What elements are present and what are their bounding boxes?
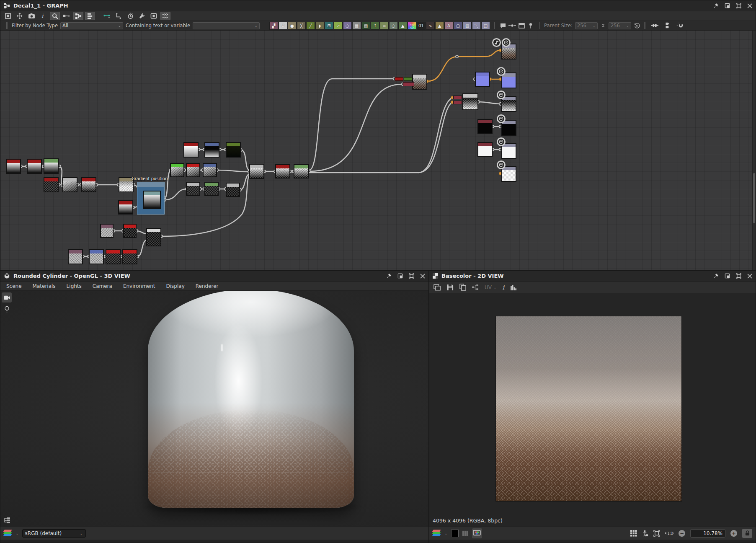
node-input-tab[interactable] [404, 77, 413, 81]
node-filter-spline-dot[interactable]: ⋱ [472, 22, 481, 30]
view2d-titlebar[interactable]: Basecolor - 2D VIEW [429, 271, 756, 282]
node-type-dropdown[interactable]: All⌄ [60, 22, 123, 29]
menu-scene[interactable]: Scene [6, 283, 22, 289]
maximize-icon[interactable] [409, 273, 414, 279]
graph-titlebar[interactable]: Decal1_1 - GRAPH [0, 0, 756, 11]
containing-text-dropdown[interactable]: ⌄ [193, 22, 260, 29]
zoom-in-button[interactable]: + [730, 530, 737, 537]
link-display-icon[interactable] [650, 21, 660, 30]
copy-icon[interactable] [459, 284, 466, 291]
reset-size-icon[interactable] [634, 23, 640, 29]
graph-canvas[interactable]: Gradient position [0, 31, 756, 270]
zoom-lock-button[interactable] [742, 529, 752, 538]
node-filter-channel-shuffle[interactable]: ╳ [297, 22, 306, 30]
graph-node[interactable] [183, 142, 199, 158]
node-filter-blur[interactable]: ● [288, 22, 297, 30]
node-filter-dot-link[interactable]: ∞ [380, 22, 389, 30]
node-filter-text[interactable]: A [444, 22, 453, 30]
elbow-link-button[interactable] [114, 12, 124, 20]
graph-node[interactable] [226, 183, 240, 197]
snap-magnet-icon[interactable] [675, 21, 685, 30]
graph-node[interactable] [170, 163, 184, 177]
save-icon[interactable] [447, 284, 454, 291]
link-creation-button[interactable] [62, 12, 72, 20]
selected-gradient-node[interactable] [137, 182, 165, 215]
pin-filter-filter-button[interactable] [526, 22, 535, 30]
node-filter-sphere[interactable]: ○ [389, 22, 398, 30]
menu-materials[interactable]: Materials [33, 283, 56, 289]
display-rgb-button[interactable] [472, 528, 482, 538]
node-filter-terrain[interactable]: ▲ [398, 22, 407, 30]
output-node[interactable] [501, 120, 516, 136]
graph-node[interactable] [477, 142, 493, 157]
linked-node-icon[interactable] [472, 284, 479, 290]
frame-select-button[interactable] [3, 12, 13, 20]
output-node[interactable] [501, 44, 516, 59]
colorspace-layers-icon[interactable] [4, 530, 12, 537]
colorspace-dropdown[interactable]: sRGB (default)⌄ [22, 529, 86, 538]
view3d-titlebar[interactable]: Rounded Cylinder - OpenGL - 3D VIEW [0, 271, 428, 282]
menu-renderer[interactable]: Renderer [196, 283, 219, 289]
graph-node[interactable] [122, 249, 137, 264]
node-filter-fx-map[interactable]: ⊞ [325, 22, 333, 30]
view3d-viewport[interactable] [0, 291, 428, 527]
uv-dropdown[interactable]: UV⌄ [485, 284, 497, 290]
fit-view-icon[interactable] [653, 530, 660, 537]
graph-node[interactable] [226, 142, 241, 158]
maximize-icon[interactable] [736, 273, 741, 279]
graph-node[interactable] [89, 249, 104, 264]
graph-node[interactable] [146, 228, 161, 246]
pin-icon[interactable] [386, 273, 392, 279]
physical-size-icon[interactable] [642, 530, 648, 537]
node-filter-scatter[interactable]: ↑ [371, 22, 379, 30]
layout-bars-button[interactable] [85, 12, 95, 20]
graph-node[interactable] [294, 164, 309, 178]
graph-node[interactable] [204, 142, 219, 158]
graph-node[interactable] [106, 249, 121, 264]
graph-vertical-scrollbar[interactable] [752, 31, 756, 270]
zoom-level-field[interactable]: 10.78% [690, 529, 725, 538]
node-filter-triangle-text[interactable]: ▲ [435, 22, 444, 30]
node-filter-directional-blur[interactable]: ◗ [315, 22, 324, 30]
background-color-swatch[interactable] [451, 530, 459, 537]
graph-node[interactable] [275, 164, 290, 178]
pin-icon[interactable] [713, 273, 719, 279]
frame-filter-button[interactable] [517, 22, 526, 30]
close-icon[interactable] [747, 274, 752, 279]
float-window-icon[interactable] [725, 273, 730, 279]
node-filter-selection[interactable]: ▢ [454, 22, 462, 30]
output-node[interactable] [501, 166, 516, 182]
graph-node[interactable] [44, 177, 59, 192]
stacked-nodes-icon[interactable] [662, 21, 672, 30]
graph-node[interactable] [123, 224, 137, 238]
output-node[interactable] [501, 72, 516, 88]
node-info-button[interactable]: i [38, 12, 48, 20]
dot-node-filter-button[interactable] [508, 22, 517, 30]
grid-toggle-icon[interactable] [630, 530, 637, 537]
menu-camera[interactable]: Camera [93, 283, 112, 289]
graph-node[interactable] [6, 159, 21, 174]
node-filter-color-wheel[interactable]: ◯ [408, 22, 416, 30]
float-window-icon[interactable] [725, 3, 730, 8]
zoom-search-button[interactable] [50, 12, 60, 20]
screenshot-camera-button[interactable] [26, 12, 36, 20]
link-size-icon[interactable] [600, 23, 606, 28]
camera-view-button[interactable] [2, 292, 12, 303]
node-filter-curve[interactable]: ╱ [306, 22, 315, 30]
node-filter-dither[interactable]: 01 [417, 22, 426, 30]
scrollbar-thumb[interactable] [753, 173, 755, 223]
connector-teal-button[interactable] [102, 12, 112, 20]
grid-snap-button[interactable] [160, 12, 170, 20]
scene-tree-icon[interactable] [4, 517, 10, 525]
close-icon[interactable] [747, 3, 752, 8]
output-node[interactable] [501, 143, 516, 159]
node-filter-distance[interactable]: ↗ [334, 22, 343, 30]
node-input-tab[interactable] [453, 101, 462, 104]
node-input-tab[interactable] [453, 96, 462, 99]
node-filter-shape[interactable]: ○ [343, 22, 352, 30]
channels-layers-icon[interactable] [433, 530, 441, 537]
node-filter-blend[interactable]: ⧉ [279, 22, 287, 30]
graph-node[interactable] [27, 159, 42, 174]
graph-node[interactable] [118, 200, 133, 215]
node-filter-plain-square[interactable]: □ [481, 22, 490, 30]
